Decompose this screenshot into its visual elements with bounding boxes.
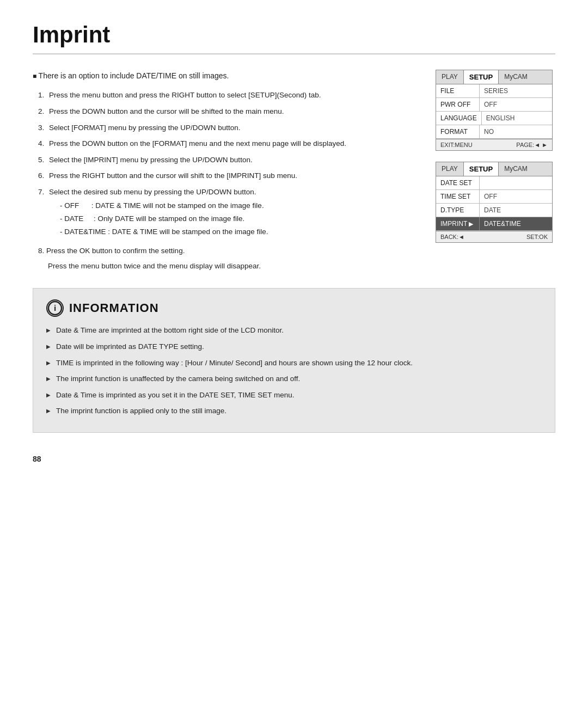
step-1: 1. Press the menu button and press the R… — [38, 89, 419, 101]
svg-text:i: i — [54, 303, 56, 312]
page-number: 88 — [33, 455, 555, 463]
steps-list: 1. Press the menu button and press the R… — [33, 89, 419, 237]
info-bullet-6: The imprint function is applied only to … — [46, 405, 542, 417]
menu1-row-format: FORMAT NO — [436, 125, 552, 139]
menu1-value-format: NO — [480, 125, 552, 138]
menu2-header: PLAY SETUP MyCAM — [436, 162, 552, 176]
menu1-label-file: FILE — [436, 84, 480, 97]
menu2-row-imprint: IMPRINT ▶ DATE&TIME — [436, 217, 552, 231]
info-bullet-2: Date will be imprinted as DATE TYPE sett… — [46, 341, 542, 353]
imprint-arrow: ▶ — [469, 220, 473, 227]
step-5: 5. Select the [IMPRINT] menu by pressing… — [38, 154, 419, 166]
information-box: i INFORMATION Date & Time are imprinted … — [33, 288, 555, 433]
menu2-label-dateset: DATE SET — [436, 176, 480, 189]
menu2-footer-right: SET:OK — [526, 234, 548, 240]
menus-section: PLAY SETUP MyCAM FILE SERIES PWR OFF OFF… — [436, 70, 555, 272]
menu1-label-language: LANGUAGE — [436, 112, 482, 125]
menu1-label-pwroff: PWR OFF — [436, 98, 480, 111]
sub-option-datetime: - DATE&TIME : DATE & TIME will be stampe… — [60, 226, 419, 237]
menu2-value-timeset: OFF — [480, 190, 552, 203]
menu1-row-pwroff: PWR OFF OFF — [436, 98, 552, 112]
menu2-footer-left: BACK:◄ — [440, 234, 464, 240]
menu2-value-dateset — [480, 176, 552, 189]
info-icon: i — [46, 299, 64, 317]
menu1-footer: EXIT:MENU PAGE:◄ ► — [436, 139, 552, 150]
menu1-tab-play: PLAY — [436, 70, 464, 84]
sub-option-date: - DATE : Only DATE will be stamped on th… — [60, 213, 419, 224]
menu1-row-language: LANGUAGE ENGLISH — [436, 112, 552, 125]
info-bullet-5: Date & Time is imprinted as you set it i… — [46, 389, 542, 401]
menu1-footer-left: EXIT:MENU — [440, 142, 473, 148]
info-bullet-4: The imprint function is unaffected by th… — [46, 373, 542, 385]
info-title: INFORMATION — [69, 301, 159, 315]
step-7: 7. Select the desired sub menu by pressi… — [38, 186, 419, 237]
step-8-text: 8. Press the OK button to confirm the se… — [38, 245, 419, 257]
step-3: 3. Select [FORMAT] menu by pressing the … — [38, 122, 419, 134]
info-bullets: Date & Time are imprinted at the bottom … — [46, 324, 542, 417]
menu1-value-pwroff: OFF — [480, 98, 552, 111]
menu2-value-imprint: DATE&TIME — [480, 217, 552, 230]
step-4: 4. Press the DOWN button on the [FORMAT]… — [38, 138, 419, 150]
menu1-label-format: FORMAT — [436, 125, 480, 138]
text-section: There is an option to include DATE/TIME … — [33, 70, 419, 272]
menu1-tab-setup: SETUP — [464, 70, 499, 84]
menu1-tab-mycam: MyCAM — [499, 70, 533, 84]
menu2-label-imprint: IMPRINT ▶ — [436, 217, 480, 230]
menu2-label-timeset: TIME SET — [436, 190, 480, 203]
menu1-row-file: FILE SERIES — [436, 84, 552, 98]
info-header: i INFORMATION — [46, 299, 542, 317]
menu2-footer: BACK:◄ SET:OK — [436, 231, 552, 242]
camera-menu-2: PLAY SETUP MyCAM DATE SET TIME SET OFF D… — [436, 162, 553, 243]
menu2-row-dtype: D.TYPE DATE — [436, 204, 552, 217]
menu2-value-dtype: DATE — [480, 204, 552, 217]
camera-menu-1: PLAY SETUP MyCAM FILE SERIES PWR OFF OFF… — [436, 70, 553, 151]
menu2-row-timeset: TIME SET OFF — [436, 190, 552, 204]
intro-text: There is an option to include DATE/TIME … — [33, 70, 419, 82]
step-6: 6. Press the RIGHT button and the cursor… — [38, 170, 419, 182]
menu1-header: PLAY SETUP MyCAM — [436, 70, 552, 84]
menu2-tab-play: PLAY — [436, 162, 464, 176]
sub-options-list: - OFF : DATE & TIME will not be stamped … — [49, 200, 419, 238]
info-bullet-3: TIME is imprinted in the following way :… — [46, 357, 542, 369]
menu2-label-dtype: D.TYPE — [436, 204, 480, 217]
menu1-value-file: SERIES — [480, 84, 552, 97]
menu2-tab-mycam: MyCAM — [499, 162, 533, 176]
info-bullet-1: Date & Time are imprinted at the bottom … — [46, 324, 542, 336]
menu1-value-language: ENGLISH — [482, 112, 552, 125]
step-8-subtext: Press the menu button twice and the menu… — [38, 260, 419, 272]
step-8: 8. Press the OK button to confirm the se… — [33, 245, 419, 272]
menu1-footer-right: PAGE:◄ ► — [516, 142, 548, 148]
menu2-tab-setup: SETUP — [464, 162, 499, 176]
menu2-row-dateset: DATE SET — [436, 176, 552, 190]
page-title: Imprint — [33, 22, 555, 54]
sub-option-off: - OFF : DATE & TIME will not be stamped … — [60, 200, 419, 211]
step-2: 2. Press the DOWN button and the cursor … — [38, 106, 419, 118]
